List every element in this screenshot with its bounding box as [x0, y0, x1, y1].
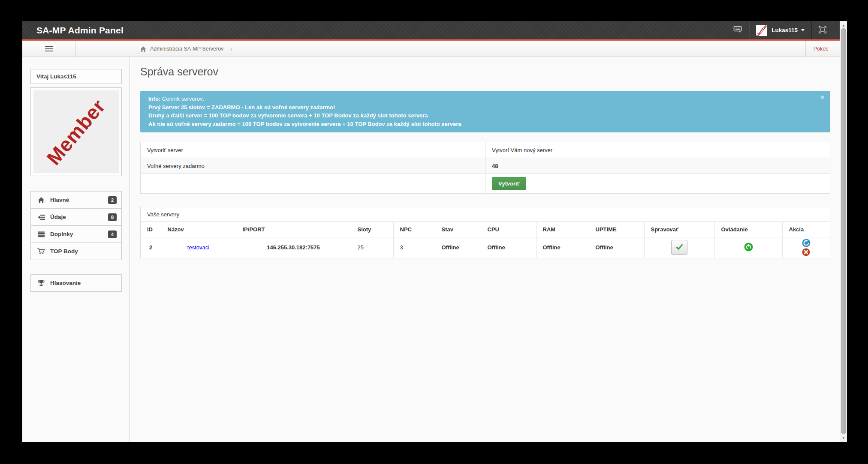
badge: 2 — [108, 196, 117, 204]
sidebar: Vitaj Lukas115 Member Hlavné 2 — [22, 57, 130, 442]
server-uptime: Offline — [589, 237, 644, 258]
app-title: SA-MP Admin Panel — [36, 25, 124, 36]
power-icon[interactable] — [744, 242, 753, 251]
manage-server-button[interactable] — [671, 240, 687, 255]
server-name-link[interactable]: testovaci — [187, 244, 209, 251]
col-uptime: UPTIME — [589, 222, 644, 237]
sidebar-toggle-button[interactable] — [22, 41, 76, 57]
member-stamp-text: Member — [42, 94, 110, 169]
cart-icon — [37, 248, 45, 254]
col-npc: NPC — [393, 222, 435, 237]
scrollbar-thumb[interactable] — [841, 28, 846, 434]
server-id: 2 — [141, 237, 161, 258]
sidebar-item-hlasovanie[interactable]: Hlasovanie — [30, 274, 122, 292]
restart-icon[interactable] — [802, 239, 811, 247]
servers-panel: Vaše servery ID Názov IP/PORT Sloty — [140, 207, 830, 258]
col-ovladanie: Ovládanie — [714, 222, 782, 237]
info-line: Prvý Server 25 slotov = ZADARMO - Len ak… — [148, 103, 822, 112]
chevron-right-icon: › — [230, 46, 232, 52]
caret-down-icon — [801, 29, 805, 31]
server-slots: 25 — [351, 237, 393, 258]
sidebar-menu: Hlavné 2 Údaje 8 Doplnky 4 — [30, 191, 122, 260]
scrollbar: ▲ ▼ — [840, 21, 847, 442]
badge: 8 — [108, 213, 117, 221]
server-ram: Offline — [536, 237, 589, 258]
servers-panel-title: Vaše servery — [141, 207, 830, 222]
fullscreen-button[interactable] — [819, 26, 826, 35]
col-nazov: Názov — [161, 222, 236, 237]
topbar-separator — [749, 21, 749, 39]
sidebar-item-doplnky[interactable]: Doplnky 4 — [30, 225, 122, 243]
avatar-member-stamp: Member — [756, 25, 767, 36]
col-cpu: CPU — [481, 222, 536, 237]
create-server-table: Vytvoriť server Vytvorí Vám nový server … — [140, 142, 830, 194]
check-icon — [676, 244, 683, 251]
chat-link[interactable]: Pokec — [805, 41, 836, 57]
table-row: 2 testovaci 146.255.30.182:7575 25 3 Off… — [141, 237, 830, 258]
comment-icon — [733, 26, 742, 35]
info-line: Ak nie sú voľné servery zadarmo = 100 TO… — [148, 120, 822, 129]
create-server-button[interactable]: Vytvoriť — [492, 177, 526, 190]
info-line: Druhý a ďalší server = 100 TOP bodov za … — [148, 111, 822, 120]
sidebar-menu-secondary: Hlasovanie — [30, 274, 122, 292]
sidebar-item-hlavne[interactable]: Hlavné 2 — [30, 191, 122, 209]
free-servers-label: Voľné servery zadarmo — [141, 158, 485, 174]
badge: 4 — [108, 231, 117, 238]
home-icon[interactable] — [140, 46, 146, 52]
col-spravovat: Spravovať — [644, 222, 714, 237]
info-line: Info: Cenník serverov: — [148, 95, 822, 103]
sidebar-item-label: Doplnky — [50, 231, 73, 237]
messages-button[interactable] — [733, 26, 742, 35]
server-npc: 3 — [393, 237, 435, 258]
col-stav: Stav — [435, 222, 481, 237]
col-ipport: IP/PORT — [236, 222, 351, 237]
bars-icon — [37, 231, 45, 237]
top-bar: SA-MP Admin Panel Member Lukas115 — [22, 21, 847, 39]
server-cpu: Offline — [481, 237, 536, 258]
create-server-header-left: Vytvoriť server — [141, 142, 485, 158]
sidebar-item-top-body[interactable]: TOP Body — [30, 242, 122, 260]
empty-cell — [141, 174, 485, 194]
sidebar-item-udaje[interactable]: Údaje 8 — [30, 208, 122, 226]
sidebar-item-label: Údaje — [50, 214, 66, 220]
servers-table: ID Názov IP/PORT Sloty NPC Stav CPU RAM … — [141, 222, 830, 258]
server-status: Offline — [435, 237, 481, 258]
menu-icon — [45, 45, 53, 53]
user-menu[interactable]: Member Lukas115 — [756, 25, 805, 36]
trophy-icon — [37, 280, 45, 286]
action-icons — [783, 239, 830, 256]
sidebar-item-label: Hlasovanie — [50, 280, 81, 286]
col-sloty: Sloty — [351, 222, 393, 237]
col-ram: RAM — [536, 222, 589, 237]
info-alert: Info: Cenník serverov: Prvý Server 25 sl… — [140, 91, 830, 132]
member-image: Member — [30, 87, 122, 176]
create-server-header-right: Vytvorí Vám nový server — [485, 142, 830, 158]
topbar-separator — [811, 21, 812, 39]
server-ip-port: 146.255.30.182:7575 — [236, 237, 351, 258]
topbar-actions: Member Lukas115 — [733, 21, 826, 39]
free-servers-value: 48 — [485, 158, 830, 174]
sidebar-item-label: TOP Body — [50, 248, 78, 254]
breadcrumb-bar: Administrácia SA-MP Serverov › Pokec — [22, 41, 847, 57]
scroll-down-arrow[interactable]: ▼ — [840, 434, 847, 441]
delete-icon[interactable] — [802, 248, 810, 256]
page-title: Správa serverov — [140, 66, 830, 78]
table-header-row: ID Názov IP/PORT Sloty NPC Stav CPU RAM … — [141, 222, 830, 237]
home-icon — [37, 197, 45, 203]
col-id: ID — [141, 222, 161, 237]
fullscreen-icon — [819, 26, 826, 35]
scroll-up-arrow[interactable]: ▲ — [840, 22, 847, 29]
app-window: SA-MP Admin Panel Member Lukas115 — [22, 21, 847, 442]
close-icon[interactable]: × — [820, 94, 824, 100]
screen: SA-MP Admin Panel Member Lukas115 — [0, 0, 868, 464]
list-icon — [37, 214, 45, 220]
col-akcia: Akcia — [782, 222, 830, 237]
sidebar-item-label: Hlavné — [50, 197, 69, 203]
main-content: Správa serverov Info: Cenník serverov: P… — [131, 57, 840, 442]
username-label: Lukas115 — [772, 27, 798, 33]
breadcrumb-item[interactable]: Administrácia SA-MP Serverov — [150, 46, 223, 52]
user-avatar: Member — [756, 25, 767, 36]
breadcrumb: Administrácia SA-MP Serverov › — [140, 41, 232, 57]
welcome-box: Vitaj Lukas115 — [30, 69, 122, 84]
